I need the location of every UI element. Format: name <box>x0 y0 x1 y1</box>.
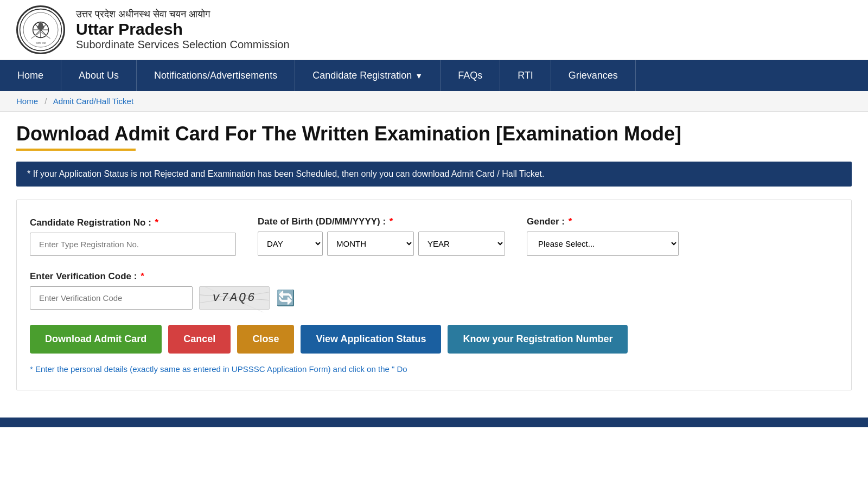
breadcrumb-separator: / <box>44 97 47 106</box>
title-underline <box>16 149 136 151</box>
bottom-bar <box>0 418 868 427</box>
breadcrumb-current: Admit Card/Hall Ticket <box>53 97 133 106</box>
header-title: Uttar Pradesh <box>76 20 290 38</box>
chevron-down-icon: ▼ <box>415 72 423 80</box>
form-row-1: Candidate Registration No : * Date of Bi… <box>30 216 838 256</box>
nav-grievances[interactable]: Grievances <box>551 60 636 91</box>
know-registration-number-button[interactable]: Know your Registration Number <box>448 325 628 354</box>
reg-no-required: * <box>155 217 159 228</box>
form-row-2: Enter Verification Code : * v7AQ6 🔄 <box>30 271 838 310</box>
header-subtitle: Subordinate Services Selection Commissio… <box>76 38 290 51</box>
button-row: Download Admit Card Cancel Close View Ap… <box>30 325 838 354</box>
nav-home[interactable]: Home <box>0 60 61 91</box>
reg-no-input[interactable] <box>30 233 236 256</box>
breadcrumb-home-link[interactable]: Home <box>16 97 38 106</box>
nav-about-us[interactable]: About Us <box>61 60 137 91</box>
page-title: Download Admit Card For The Written Exam… <box>16 123 852 145</box>
info-banner: * If your Application Status is not Reje… <box>16 162 852 187</box>
footer-note: * Enter the personal details (exactly sa… <box>30 364 838 374</box>
nav-candidate-registration[interactable]: Candidate Registration ▼ <box>295 60 441 91</box>
form-container: Candidate Registration No : * Date of Bi… <box>16 200 852 390</box>
reg-no-label: Candidate Registration No : * <box>30 217 236 228</box>
dob-label: Date of Birth (DD/MM/YYYY) : * <box>258 216 505 227</box>
gender-label: Gender : * <box>527 216 679 227</box>
header-hindi: उत्तर प्रदेश अधीनस्थ सेवा चयन आयोग <box>76 9 290 20</box>
captcha-image: v7AQ6 <box>199 286 270 310</box>
verify-required: * <box>141 271 144 281</box>
breadcrumb: Home / Admit Card/Hall Ticket <box>0 91 868 112</box>
download-admit-card-button[interactable]: Download Admit Card <box>30 325 162 354</box>
view-application-status-button[interactable]: View Application Status <box>301 325 441 354</box>
navbar: Home About Us Notifications/Advertisemen… <box>0 60 868 91</box>
reg-no-group: Candidate Registration No : * <box>30 217 236 256</box>
gender-required: * <box>569 216 572 227</box>
nav-rti[interactable]: RTI <box>500 60 551 91</box>
dob-day-select[interactable]: DAY <box>258 232 323 256</box>
verification-inputs: v7AQ6 🔄 <box>30 286 838 310</box>
nav-faqs[interactable]: FAQs <box>441 60 500 91</box>
logo: सत्यमेव जयते <box>16 5 65 54</box>
dob-month-select[interactable]: MONTH <box>327 232 414 256</box>
captcha-text: v7AQ6 <box>212 291 256 305</box>
header-text: उत्तर प्रदेश अधीनस्थ सेवा चयन आयोग Uttar… <box>76 9 290 51</box>
verify-label: Enter Verification Code : * <box>30 271 838 282</box>
main-content: Download Admit Card For The Written Exam… <box>0 112 868 407</box>
gender-select[interactable]: Please Select... Male Female Other <box>527 232 679 256</box>
close-button[interactable]: Close <box>237 325 294 354</box>
dob-group: Date of Birth (DD/MM/YYYY) : * DAY MONTH… <box>258 216 505 256</box>
dob-year-select[interactable]: YEAR <box>418 232 505 256</box>
verify-code-input[interactable] <box>30 286 193 310</box>
dob-selects: DAY MONTH YEAR <box>258 232 505 256</box>
captcha-refresh-button[interactable]: 🔄 <box>276 289 295 307</box>
dob-required: * <box>390 216 393 227</box>
cancel-button[interactable]: Cancel <box>168 325 231 354</box>
header: सत्यमेव जयते उत्तर प्रदेश अधीनस्थ सेवा च… <box>0 0 868 60</box>
svg-point-8 <box>39 22 43 27</box>
nav-notifications[interactable]: Notifications/Advertisements <box>137 60 295 91</box>
svg-text:सत्यमेव जयते: सत्यमेव जयते <box>35 42 46 44</box>
gender-group: Gender : * Please Select... Male Female … <box>527 216 679 256</box>
